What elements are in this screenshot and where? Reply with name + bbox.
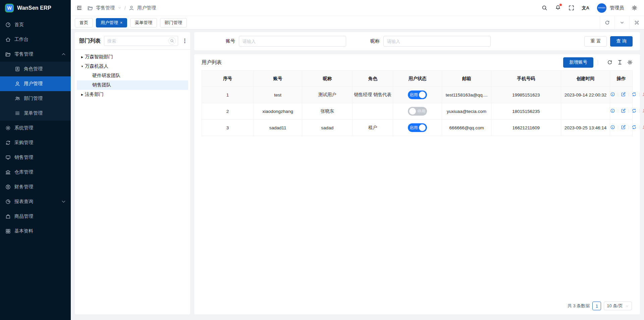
topbar: 零售管理 / 用户管理 文A WANSEN 管理员: [71, 0, 644, 16]
tab-label: 用户管理: [101, 20, 118, 26]
notifications-button[interactable]: [555, 4, 561, 11]
settings-gear-icon[interactable]: [632, 5, 637, 11]
sidebar-menu-item[interactable]: 菜单管理: [0, 106, 71, 121]
language-switch-icon[interactable]: 文A: [582, 5, 589, 11]
cell-seq: 3: [202, 120, 254, 136]
reset-password-icon[interactable]: [632, 108, 637, 113]
sidebar-menu-item[interactable]: 零售管理: [0, 47, 71, 62]
table-header-row: 序号账号昵称角色用户状态邮箱手机号码创建时间操作: [202, 71, 633, 87]
fullscreen-icon[interactable]: [569, 5, 574, 11]
filter-field-input[interactable]: [239, 36, 346, 47]
user-status-toggle[interactable]: 启用: [408, 123, 427, 132]
sidebar-menu-item[interactable]: 工作台: [0, 32, 71, 47]
detail-icon[interactable]: [610, 92, 615, 97]
sidebar-menu-item[interactable]: 用户管理: [0, 76, 71, 91]
tree-node-label: 法务部门: [85, 91, 104, 98]
menu-item-label: 仓库管理: [14, 169, 65, 175]
edit-icon[interactable]: [621, 125, 626, 130]
reset-button[interactable]: 重 置: [584, 36, 607, 47]
tree-expand-icon[interactable]: ▶: [79, 56, 85, 59]
tree-node[interactable]: ▼ 万森机器人: [77, 62, 188, 71]
maximize-content-button[interactable]: [629, 16, 644, 29]
sidebar-menu-item[interactable]: 部门管理: [0, 91, 71, 106]
tree-expand-icon[interactable]: ▶: [79, 93, 85, 96]
page-tab[interactable]: 菜单管理: [130, 18, 157, 27]
user-status-toggle[interactable]: 启用: [408, 90, 427, 99]
department-panel: 部门列表 ⋮ ▶ 万森智能部门 ▼ 万森机器人: [75, 32, 190, 314]
department-search-button[interactable]: [168, 37, 176, 45]
filter-field-input[interactable]: [383, 36, 491, 47]
sidebar-menu-item[interactable]: 系统管理: [0, 121, 71, 135]
add-account-button[interactable]: 新增账号: [563, 57, 593, 68]
department-panel-header: 部门列表 ⋮: [75, 36, 190, 49]
department-panel-title: 部门列表: [79, 38, 101, 45]
detail-icon[interactable]: [610, 108, 615, 113]
pagination: 共 3 条数据 1 10 条/页: [202, 299, 633, 311]
filter-field: 昵称: [370, 36, 491, 47]
menu-item-icon: [5, 199, 11, 204]
menu-item-label: 报表查询: [14, 199, 59, 205]
filter-field-label: 昵称: [370, 38, 380, 44]
page-tab[interactable]: 首页: [75, 18, 93, 27]
sidebar-collapse-icon[interactable]: [76, 5, 82, 11]
breadcrumb-page[interactable]: 用户管理: [137, 5, 156, 11]
delete-user-icon[interactable]: [642, 92, 644, 97]
sidebar-menu-item[interactable]: 商品管理: [0, 209, 71, 224]
chevron-down-icon[interactable]: [118, 6, 121, 10]
refresh-tab-button[interactable]: [600, 16, 614, 29]
tree-node[interactable]: ▶ 法务部门: [77, 90, 188, 99]
search-icon: [170, 39, 174, 43]
main-area: 零售管理 / 用户管理 文A WANSEN 管理员 首页: [71, 0, 644, 320]
sidebar-menu-item[interactable]: 报表查询: [0, 194, 71, 209]
more-options-icon[interactable]: ⋮: [181, 38, 188, 44]
tab-menu-dropdown[interactable]: [614, 16, 629, 29]
page-number-button[interactable]: 1: [592, 302, 601, 310]
cell-nickname: 张晓东: [302, 103, 353, 120]
menu-item-label: 工作台: [14, 37, 65, 43]
column-settings-icon[interactable]: [627, 60, 633, 65]
department-search-input[interactable]: [107, 39, 166, 44]
sidebar-menu-item[interactable]: 采购管理: [0, 135, 71, 150]
edit-icon[interactable]: [621, 92, 626, 97]
breadcrumb-section[interactable]: 零售管理: [96, 5, 115, 11]
app-title: WanSen ERP: [17, 5, 51, 11]
refresh-table-icon[interactable]: [607, 60, 612, 65]
sidebar-menu-item[interactable]: 财务管理: [0, 180, 71, 194]
reset-password-icon[interactable]: [632, 125, 637, 130]
tree-node[interactable]: 销售团队: [77, 80, 188, 90]
divider: [629, 109, 629, 113]
table-body: 1 test 测试用户 销售经理 销售代表 启用: [202, 87, 633, 136]
page-tab[interactable]: 部门管理: [160, 18, 187, 27]
sidebar-menu-item[interactable]: 销售管理: [0, 150, 71, 165]
tree-node[interactable]: ▶ 万森智能部门: [77, 52, 188, 62]
menu-item-label: 部门管理: [24, 95, 65, 102]
search-button[interactable]: 查 询: [610, 36, 633, 47]
edit-icon[interactable]: [621, 108, 626, 113]
divider: [639, 125, 640, 129]
cell-roles: 销售经理 销售代表: [353, 87, 393, 103]
cell-nickname: sadad: [302, 120, 353, 136]
column-header: 昵称: [302, 71, 353, 87]
tree-node[interactable]: 硬件研发团队: [77, 71, 188, 80]
sidebar-menu-item[interactable]: 基本资料: [0, 224, 71, 239]
page-tab[interactable]: 用户管理 ×: [96, 18, 127, 27]
delete-user-icon[interactable]: [642, 125, 644, 130]
delete-user-icon[interactable]: [642, 108, 644, 113]
tab-close-icon[interactable]: ×: [120, 20, 122, 25]
search-icon[interactable]: [542, 5, 547, 11]
menu-item-label: 角色管理: [24, 66, 65, 72]
page-size-select[interactable]: 10 条/页: [604, 302, 632, 310]
cell-email: yuxiuaa@tecia.com: [442, 103, 491, 120]
user-name[interactable]: 管理员: [610, 5, 624, 11]
avatar[interactable]: WANSEN: [597, 3, 606, 13]
sidebar-menu-item[interactable]: 角色管理: [0, 62, 71, 76]
sidebar-menu-item[interactable]: 仓库管理: [0, 165, 71, 180]
row-height-icon[interactable]: [617, 60, 623, 65]
detail-icon[interactable]: [610, 125, 615, 130]
menu-item-icon: [5, 125, 11, 131]
toggle-label: 启用: [410, 92, 418, 98]
reset-password-icon[interactable]: [632, 92, 637, 97]
user-status-toggle[interactable]: 停用: [408, 107, 427, 116]
sidebar-menu-item[interactable]: 首页: [0, 17, 71, 32]
tree-expand-icon[interactable]: ▼: [79, 65, 85, 68]
